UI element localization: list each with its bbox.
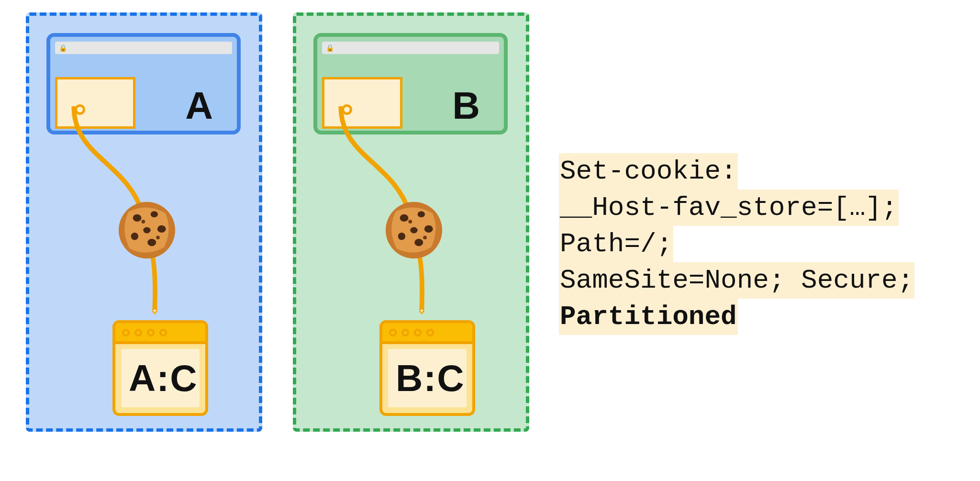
- code-line-2: __Host-fav_store=[…];: [559, 190, 899, 226]
- svg-point-6: [147, 239, 156, 246]
- site-label-a: A: [185, 84, 213, 128]
- lock-icon: 🔒: [59, 44, 66, 52]
- toolbar-strip: [322, 57, 499, 67]
- code-line-3: Path=/;: [559, 226, 673, 262]
- embedded-iframe-a: [55, 77, 135, 129]
- svg-point-5: [131, 233, 138, 240]
- arrow-anchor-icon: [75, 104, 85, 115]
- svg-point-7: [141, 220, 145, 224]
- address-bar: 🔒: [322, 42, 499, 54]
- set-cookie-header: Set-cookie: __Host-fav_store=[…]; Path=/…: [559, 153, 914, 335]
- embedded-iframe-b: [322, 77, 402, 129]
- svg-point-11: [418, 211, 425, 217]
- svg-point-8: [156, 236, 160, 240]
- svg-point-10: [400, 214, 409, 222]
- jar-window-dots-icon: [389, 329, 434, 336]
- svg-point-2: [151, 211, 158, 217]
- cookie-jar-a: A:C: [112, 320, 208, 416]
- code-line-4: SameSite=None; Secure;: [559, 262, 914, 299]
- svg-point-17: [423, 236, 427, 240]
- cookie-jar-b: B:C: [379, 320, 475, 416]
- browser-b: 🔒 B: [313, 33, 508, 134]
- main-pane-a: A: [144, 77, 232, 129]
- diagram: 🔒 A: [0, 0, 980, 481]
- address-bar: 🔒: [55, 42, 232, 54]
- main-pane-b: B: [411, 77, 499, 129]
- svg-point-13: [410, 227, 417, 234]
- cookie-icon: [116, 200, 178, 261]
- svg-point-12: [424, 225, 433, 233]
- arrow-anchor-icon: [342, 104, 352, 115]
- jar-body: A:C: [121, 349, 200, 407]
- toolbar-strip: [55, 57, 232, 67]
- lock-icon: 🔒: [326, 44, 333, 52]
- browser-a: 🔒 A: [46, 33, 241, 134]
- partition-a: 🔒 A: [26, 12, 262, 432]
- jar-label-a: A:C: [129, 357, 198, 400]
- svg-point-4: [143, 227, 150, 234]
- jar-label-b: B:C: [396, 357, 465, 400]
- jar-titlebar: [382, 323, 472, 344]
- code-line-1: Set-cookie:: [559, 153, 738, 190]
- site-label-b: B: [452, 84, 480, 128]
- code-line-5: Partitioned: [559, 299, 738, 335]
- cookie-icon: [383, 200, 445, 261]
- svg-point-15: [414, 239, 423, 246]
- jar-body: B:C: [388, 349, 467, 407]
- svg-point-16: [408, 220, 412, 224]
- partition-b: 🔒 B: [293, 12, 529, 432]
- jar-titlebar: [115, 323, 205, 344]
- svg-point-14: [398, 233, 405, 240]
- svg-point-3: [157, 225, 166, 233]
- jar-window-dots-icon: [122, 329, 167, 336]
- svg-point-1: [133, 214, 142, 222]
